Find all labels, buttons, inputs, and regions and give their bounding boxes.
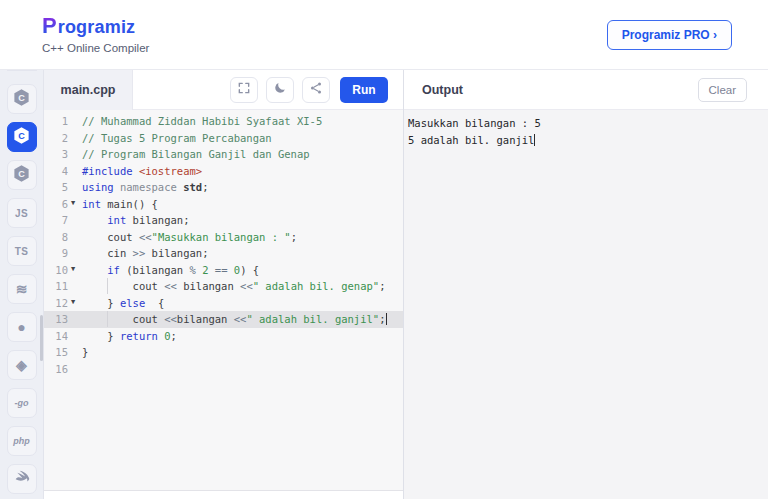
output-line: Masukkan bilangan : 5 xyxy=(408,115,764,132)
rust-lang-icon: ● xyxy=(17,320,25,334)
code-text: // Program Bilangan Ganjil dan Genap xyxy=(82,148,403,160)
share-icon xyxy=(309,81,323,99)
code-text: } return 0; xyxy=(82,330,403,342)
tab-main-cpp[interactable]: main.cpp xyxy=(44,70,133,110)
typescript-lang-icon: TS xyxy=(15,246,28,257)
code-line-12: 12▼ } else { xyxy=(44,295,403,312)
line-number: 10 xyxy=(44,264,68,276)
page-title: C++ Online Compiler xyxy=(42,42,149,54)
fullscreen-button[interactable] xyxy=(230,77,258,103)
line-number: 11 xyxy=(44,280,68,292)
sidebar-scrollbar-thumb[interactable] xyxy=(40,315,43,361)
sidebar-item-csharp[interactable]: C xyxy=(7,160,37,190)
output-title: Output xyxy=(422,83,463,97)
code-text: // Tugas 5 Program Percabangan xyxy=(82,132,403,144)
code-line-13: 13 cout <<bilangan <<" adalah bil. ganji… xyxy=(44,311,403,328)
output-header: Output Clear xyxy=(404,70,768,110)
line-number: 4 xyxy=(44,165,68,177)
sidebar-item-php[interactable]: php xyxy=(7,426,37,456)
sidebar-item-swift[interactable] xyxy=(7,464,37,494)
line-number: 8 xyxy=(44,231,68,243)
code-text: cout << bilangan <<" adalah bil. genap"; xyxy=(82,280,403,292)
svg-text:C: C xyxy=(18,168,25,178)
line-number: 9 xyxy=(44,247,68,259)
sidebar-item-rust[interactable]: ● xyxy=(7,312,37,342)
line-number: 16 xyxy=(44,363,68,375)
run-button[interactable]: Run xyxy=(340,77,388,103)
dark-mode-button[interactable] xyxy=(266,77,294,103)
code-editor[interactable]: 1// Muhammad Ziddan Habibi Syafaat XI-52… xyxy=(44,110,403,490)
c-lang-icon: C xyxy=(12,88,31,111)
line-number: 15 xyxy=(44,346,68,358)
code-text: #include <iostream> xyxy=(82,165,403,177)
javascript-lang-icon: JS xyxy=(15,208,28,219)
code-line-4: 4#include <iostream> xyxy=(44,163,403,180)
code-line-10: 10▼ if (bilangan % 2 == 0) { xyxy=(44,262,403,279)
code-line-7: 7 int bilangan; xyxy=(44,212,403,229)
main-area: CCCJSTS≋●◈-gophp main.cpp Run 1// Muhamm… xyxy=(0,70,768,499)
editor-horizontal-scrollbar[interactable] xyxy=(44,490,403,499)
swift-lang-icon xyxy=(14,469,30,489)
code-line-9: 9 cin >> bilangan; xyxy=(44,245,403,262)
sidebar-item-python[interactable]: ≋ xyxy=(7,274,37,304)
language-list: CCCJSTS≋●◈-gophp xyxy=(7,84,37,499)
fold-arrow-icon[interactable]: ▼ xyxy=(68,299,82,306)
csharp-lang-icon: C xyxy=(12,164,31,187)
line-number: 1 xyxy=(44,115,68,127)
line-number: 5 xyxy=(44,181,68,193)
sidebar-item-c[interactable]: C xyxy=(7,84,37,114)
sidebar-item-typescript[interactable]: TS xyxy=(7,236,37,266)
programiz-logo-text: rogramiz xyxy=(58,17,136,38)
clear-button[interactable]: Clear xyxy=(698,78,747,102)
console-cursor xyxy=(534,134,535,146)
programiz-logo-icon: P xyxy=(42,16,57,36)
dark-mode-icon xyxy=(273,81,287,99)
line-number: 13 xyxy=(44,313,68,325)
python-lang-icon: ≋ xyxy=(16,282,28,296)
code-text: // Muhammad Ziddan Habibi Syafaat XI-5 xyxy=(82,115,403,127)
code-line-16: 16 xyxy=(44,361,403,378)
svg-text:C: C xyxy=(18,130,25,140)
svg-text:C: C xyxy=(18,92,25,102)
code-text: int main() { xyxy=(82,198,403,210)
sidebar-item-ruby[interactable]: ◈ xyxy=(7,350,37,380)
code-line-3: 3// Program Bilangan Ganjil dan Genap xyxy=(44,146,403,163)
code-line-5: 5using namespace std; xyxy=(44,179,403,196)
editor-panel: main.cpp Run 1// Muhammad Ziddan Habibi … xyxy=(44,70,403,499)
code-line-11: 11 cout << bilangan <<" adalah bil. gena… xyxy=(44,278,403,295)
programiz-pro-button[interactable]: Programiz PRO › xyxy=(607,20,732,50)
programiz-logo[interactable]: P rogramiz xyxy=(42,16,149,38)
sidebar-item-go[interactable]: -go xyxy=(7,388,37,418)
fold-arrow-icon[interactable]: ▼ xyxy=(68,266,82,273)
code-line-1: 1// Muhammad Ziddan Habibi Syafaat XI-5 xyxy=(44,113,403,130)
code-text: if (bilangan % 2 == 0) { xyxy=(82,264,403,276)
output-panel: Output Clear Masukkan bilangan : 55 adal… xyxy=(403,70,768,499)
code-text: } xyxy=(82,346,403,358)
cpp-lang-icon: C xyxy=(12,126,31,149)
sidebar-item-partial[interactable] xyxy=(7,70,37,71)
sidebar-item-javascript[interactable]: JS xyxy=(7,198,37,228)
code-text: cout <<bilangan <<" adalah bil. ganjil"; xyxy=(82,313,403,325)
sidebar-item-cpp[interactable]: C xyxy=(7,122,37,152)
go-lang-icon: -go xyxy=(15,398,29,408)
php-lang-icon: php xyxy=(13,436,30,446)
fold-arrow-icon[interactable]: ▼ xyxy=(68,200,82,207)
fullscreen-icon xyxy=(237,81,251,99)
text-cursor xyxy=(386,313,387,325)
code-line-15: 15} xyxy=(44,344,403,361)
brand: P rogramiz C++ Online Compiler xyxy=(42,16,149,54)
line-number: 12 xyxy=(44,297,68,309)
code-text: cout <<"Masukkan bilangan : "; xyxy=(82,231,403,243)
language-sidebar: CCCJSTS≋●◈-gophp xyxy=(0,70,44,499)
programiz-compiler-app: P rogramiz C++ Online Compiler Programiz… xyxy=(0,0,768,499)
app-header: P rogramiz C++ Online Compiler Programiz… xyxy=(0,0,768,70)
code-text: int bilangan; xyxy=(82,214,403,226)
line-number: 3 xyxy=(44,148,68,160)
output-console[interactable]: Masukkan bilangan : 55 adalah bil. ganji… xyxy=(404,110,768,499)
editor-tools xyxy=(230,77,330,103)
line-number: 2 xyxy=(44,132,68,144)
share-button[interactable] xyxy=(302,77,330,103)
code-line-2: 2// Tugas 5 Program Percabangan xyxy=(44,130,403,147)
output-line: 5 adalah bil. ganjil xyxy=(408,132,764,149)
code-line-8: 8 cout <<"Masukkan bilangan : "; xyxy=(44,229,403,246)
